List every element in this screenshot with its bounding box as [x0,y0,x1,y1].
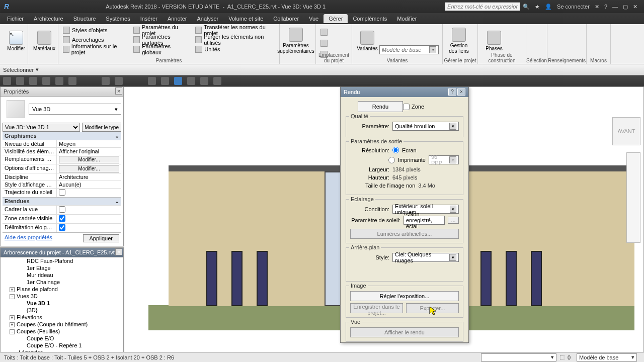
property-row[interactable]: Cadrer la vue [3,205,121,214]
view-cube[interactable]: AVANT [612,117,640,145]
coordinates-button[interactable] [319,38,349,48]
property-value[interactable]: Architecture [57,173,121,180]
menu-architecture[interactable]: Architecture [29,14,68,23]
menu-fichier[interactable]: Fichier [2,14,29,23]
qat-button[interactable] [3,77,11,85]
object-styles-button[interactable]: Styles d'objets [61,25,128,35]
menu-vue[interactable]: Vue [304,14,324,23]
property-value[interactable] [57,189,121,197]
property-row[interactable]: Style d'affichage de l'an...Aucun(e) [3,180,121,188]
global-params-button[interactable]: Paramètres globaux [132,44,190,54]
qat-button[interactable] [55,77,63,85]
property-row[interactable]: Remplacements visibili...Modifier... [3,155,121,164]
window-element[interactable] [231,251,243,306]
menu-volume et site[interactable]: Volume et site [223,14,268,23]
select-dropdown-icon[interactable]: ▾ [36,66,39,73]
property-row[interactable]: DisciplineArchitecture [3,173,121,180]
qat-button[interactable] [200,77,208,85]
status-combo-1[interactable]: ▾ [481,353,556,361]
window-element[interactable] [257,251,268,306]
qat-button[interactable] [16,77,24,85]
tree-item[interactable]: 1er Etage [1,264,123,272]
menu-collaborer[interactable]: Collaborer [268,14,304,23]
menu-modifier[interactable]: Modifier [392,14,422,23]
close-icon[interactable]: ✕ [633,4,637,10]
resolution-printer-radio[interactable] [388,157,395,163]
tree-expand-icon[interactable]: + [10,315,15,320]
project-browser-close-icon[interactable]: × [115,248,122,255]
tree-item[interactable]: Mur rideau [1,272,123,279]
section-etendues[interactable]: Etendues⌄ [3,197,121,205]
qat-button[interactable] [187,77,195,85]
menu-gérer[interactable]: Gérer [324,14,348,23]
tree-item[interactable]: 1er Chainage [1,279,123,286]
project-info-button[interactable]: Informations sur le projet [61,44,128,54]
property-value[interactable]: Moyen [57,140,121,147]
additional-params-button[interactable]: Paramètres supplémentaires [283,25,309,56]
status-combo-model[interactable]: Modèle de base▾ [577,353,637,361]
window-element[interactable] [480,251,492,306]
property-row[interactable]: Délimitation éloignée act... [3,223,121,232]
qat-button[interactable] [161,77,169,85]
edit-type-button[interactable]: Modifier le type [82,123,121,132]
qat-button[interactable] [174,77,182,85]
materials-button[interactable]: Matériaux [31,25,57,56]
qat-button[interactable] [115,77,123,85]
property-row[interactable]: Trajectoire du soleil [3,188,121,197]
sun-param-field[interactable]: <Non enregistré, éclai [404,216,445,225]
render-dialog-titlebar[interactable]: Rendu ? × [341,87,468,97]
zone-checkbox[interactable] [403,104,410,110]
menu-systèmes[interactable]: Systèmes [101,14,135,23]
tree-item[interactable]: Coupe E/O [1,335,123,342]
dialog-close-icon[interactable]: × [457,88,465,96]
property-value[interactable] [57,206,121,214]
infocenter-search-icon[interactable]: 🔍 [523,4,530,10]
property-edit-button[interactable]: Modifier... [59,165,119,172]
tree-item[interactable]: {3D} [1,307,123,314]
section-graphismes[interactable]: Graphismes⌄ [3,132,121,140]
help-icon[interactable]: ? [604,4,607,10]
dialog-help-icon[interactable]: ? [448,88,456,96]
window-element[interactable] [206,251,217,306]
signin-label[interactable]: Se connecter [557,4,590,10]
properties-close-icon[interactable]: × [115,87,122,95]
maximize-icon[interactable]: ▢ [623,4,628,10]
menu-compléments[interactable]: Compléments [348,14,392,23]
menu-annoter[interactable]: Annoter [163,14,192,23]
qat-button[interactable] [42,77,50,85]
property-checkbox[interactable] [59,215,65,222]
tree-item[interactable]: -Coupes (Feuilles) [1,328,123,335]
location-button[interactable] [319,27,349,37]
property-row[interactable]: Visibilité des élémentsAfficher l'origin… [3,147,121,155]
tree-item[interactable]: Vue 3D 1 [1,300,123,307]
qat-button[interactable] [213,77,221,85]
property-row[interactable]: Options d'affichage des ...Modifier... [3,164,121,173]
type-selector[interactable]: Vue 3D▾ [29,104,121,115]
tree-item[interactable]: +Plans de plafond [1,286,123,293]
variant-combo[interactable]: Modèle de base▾ [379,45,439,54]
tree-expand-icon[interactable]: + [10,287,15,292]
window-element[interactable] [531,251,542,306]
qat-button[interactable] [29,77,37,85]
menu-insérer[interactable]: Insérer [135,14,163,23]
units-button[interactable]: Unités [194,44,276,54]
property-checkbox[interactable] [59,206,65,213]
tree-item[interactable]: RDC Faux-Plafond [1,257,123,264]
tree-item[interactable]: +Elévations [1,314,123,321]
exposure-button[interactable]: Régler l'exposition... [350,291,459,301]
tree-item[interactable]: Coupe E/O - Repère 1 [1,342,123,349]
properties-panel-header[interactable]: Propriétés × [0,86,124,97]
render-button[interactable]: Rendu [358,101,403,112]
property-value[interactable] [57,215,121,223]
apply-button[interactable]: Appliquer [83,234,119,242]
exchange-icon[interactable]: ✕ [595,4,599,10]
tree-item[interactable]: +Coupes (Coupe du bâtiment) [1,321,123,328]
phases-button[interactable]: Phases [481,25,507,56]
property-row[interactable]: Zone cadrée visible [3,214,121,223]
menu-analyser[interactable]: Analyser [192,14,223,23]
tree-item[interactable]: -Vues 3D [1,293,123,300]
qat-button[interactable] [102,77,110,85]
window-element[interactable] [506,251,517,306]
worksets-icon[interactable]: ⬚ [559,354,565,360]
purge-button[interactable]: Purger les éléments non utilisés [194,35,276,44]
